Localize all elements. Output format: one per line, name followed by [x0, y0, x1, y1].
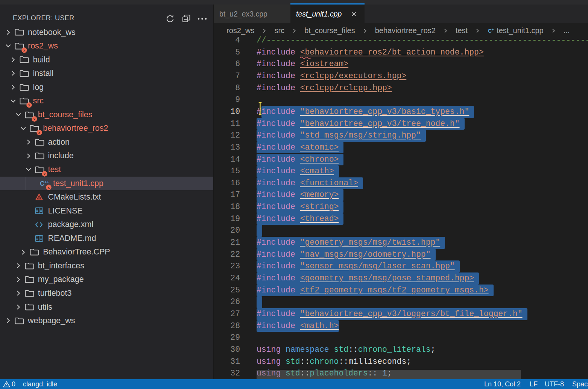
svg-text:x: x: [47, 185, 50, 189]
svg-text:x: x: [38, 130, 41, 135]
svg-text:x: x: [23, 48, 26, 52]
svg-text:x: x: [33, 117, 36, 121]
svg-text:x: x: [43, 172, 46, 176]
svg-text:C: C: [40, 180, 44, 187]
svg-text:+: +: [47, 180, 49, 184]
svg-text:x: x: [28, 103, 30, 107]
